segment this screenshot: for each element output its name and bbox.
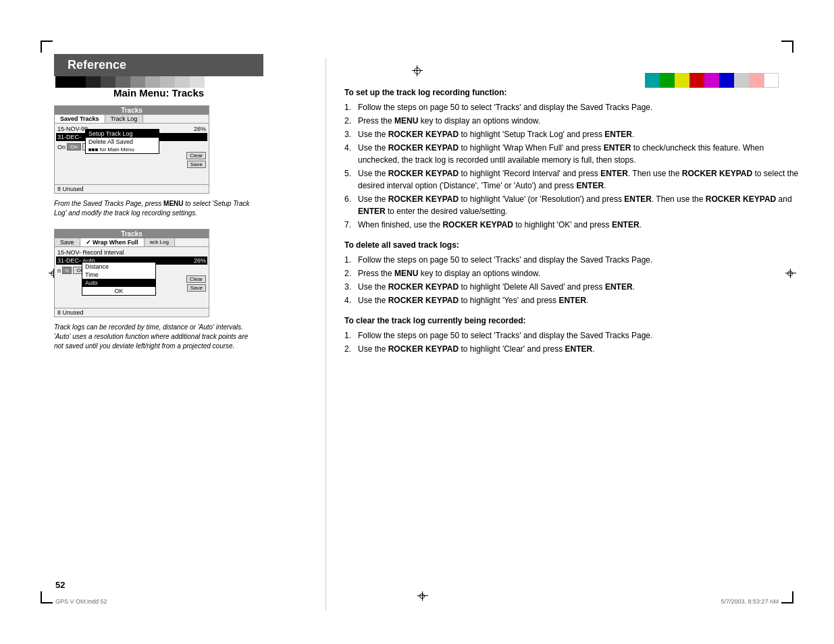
- step-clear-2: 2. Use the ROCKER KEYPAD to highlight 'C…: [344, 343, 804, 355]
- corner-mark-bl: [41, 591, 53, 603]
- footer-right: 5/7/2003, 8:53:27 AM: [721, 598, 779, 605]
- track-ui-2-tab-wrap[interactable]: ✓ Wrap When Full: [80, 238, 145, 246]
- track-ui-2-tab-save[interactable]: Save: [55, 238, 80, 246]
- page-number: 52: [55, 580, 65, 590]
- csr-magenta: [704, 73, 719, 88]
- track-ui-1-title: Tracks: [55, 106, 209, 115]
- track-ui-2: Tracks Save ✓ Wrap When Full ack Log 15-…: [54, 229, 209, 317]
- track-ui-1-popup: Setup Track Log Delete All Saved ■■■ for…: [85, 129, 159, 154]
- left-column: Reference Main Menu: Tracks Tracks Saved…: [54, 54, 324, 362]
- popup2-row-ok[interactable]: OK: [82, 287, 155, 295]
- step-setup-4: 4. Use the ROCKER KEYPAD to highlight 'W…: [344, 142, 804, 166]
- corner-mark-br: [781, 591, 793, 603]
- steps-delete: 1. Follow the steps on page 50 to select…: [344, 254, 804, 306]
- track-ui-2-body: 15-NOV- Record Interval 31-DEC- Auto 26%…: [55, 247, 209, 308]
- page-container: Reference Main Menu: Tracks Tracks Saved…: [0, 0, 834, 644]
- csr-ltgray: [734, 73, 749, 88]
- step-setup-3: 3. Use the ROCKER KEYPAD to highlight 'S…: [344, 128, 804, 140]
- steps-setup: 1. Follow the steps on page 50 to select…: [344, 101, 804, 231]
- step-setup-1: 1. Follow the steps on page 50 to select…: [344, 101, 804, 113]
- step-delete-3: 3. Use the ROCKER KEYPAD to highlight 'D…: [344, 281, 804, 293]
- color-strip-right: [645, 73, 779, 88]
- footer-left: GPS V OM.indd 52: [55, 598, 107, 605]
- popup2-row-time[interactable]: Time: [82, 271, 155, 279]
- step-delete-4: 4. Use the ROCKER KEYPAD to highlight 'Y…: [344, 294, 804, 306]
- steps-clear: 1. Follow the steps on page 50 to select…: [344, 329, 804, 355]
- track-ui-2-footer: 8 Unused: [55, 308, 209, 317]
- track-ui-1-save-row: Save: [56, 160, 207, 169]
- track-ui-2-tab-log[interactable]: ack Log: [145, 238, 175, 246]
- step-delete-1: 1. Follow the steps on page 50 to select…: [344, 254, 804, 266]
- track-ui-1-tab-log[interactable]: Track Log: [105, 115, 144, 123]
- popup2-row-auto[interactable]: Auto: [82, 279, 155, 287]
- track-ui-2-tabs: Save ✓ Wrap When Full ack Log: [55, 238, 209, 247]
- step-setup-7: 7. When finished, use the ROCKER KEYPAD …: [344, 219, 804, 231]
- step-setup-5: 5. Use the ROCKER KEYPAD to highlight 'R…: [344, 167, 804, 192]
- csr-green: [660, 73, 675, 88]
- step-delete-2: 2. Press the MENU key to display an opti…: [344, 267, 804, 279]
- track-ui-2-btn-save[interactable]: Save: [187, 284, 206, 292]
- caption-1: From the Saved Tracks Page, press MENU t…: [54, 199, 250, 218]
- step-setup-2: 2. Press the MENU key to display an opti…: [344, 115, 804, 127]
- csr-red: [689, 73, 704, 88]
- caption-2: Track logs can be recorded by time, dist…: [54, 323, 250, 351]
- track-ui-2-btn-on[interactable]: n: [62, 267, 72, 274]
- csr-cyan: [645, 73, 660, 88]
- right-column: To set up the track log recording functi…: [344, 88, 804, 365]
- csr-pink: [749, 73, 764, 88]
- track-ui-1-btn-save[interactable]: Save: [187, 161, 206, 168]
- corner-mark-tr: [781, 41, 793, 53]
- heading-clear: To clear the track log currently being r…: [344, 316, 804, 325]
- track-ui-1-body: 15-NOV-99 26% 31-DEC- Setup Track Log De…: [55, 124, 209, 184]
- reference-header: Reference: [54, 54, 263, 76]
- track-ui-2-title: Tracks: [55, 230, 209, 238]
- heading-delete: To delete all saved track logs:: [344, 240, 804, 250]
- track-ui-1-btn-clear[interactable]: Clear: [186, 152, 206, 159]
- track-ui-1-footer: 8 Unused: [55, 184, 209, 193]
- crosshair-top-center: [412, 65, 423, 76]
- csr-blue: [719, 73, 734, 88]
- csr-yellow: [675, 73, 689, 88]
- track-ui-2-popup: Distance Time Auto OK: [82, 262, 156, 296]
- track-ui-1-tabs: Saved Tracks Track Log: [55, 115, 209, 124]
- track-ui-1-tab-saved[interactable]: Saved Tracks: [55, 115, 105, 123]
- popup-row-delete[interactable]: Delete All Saved: [86, 138, 159, 146]
- track-ui-2-btn-clear[interactable]: Clear: [186, 275, 206, 283]
- corner-mark-tl: [41, 41, 53, 53]
- track-ui-2-row1: 15-NOV- Record Interval: [56, 248, 207, 257]
- step-clear-1: 1. Follow the steps on page 50 to select…: [344, 329, 804, 342]
- step-setup-6: 6. Use the ROCKER KEYPAD to highlight 'V…: [344, 193, 804, 217]
- section-title: Main Menu: Tracks: [54, 87, 263, 99]
- heading-setup: To set up the track log recording functi…: [344, 88, 804, 97]
- popup2-row-distance[interactable]: Distance: [82, 263, 155, 271]
- csr-white: [764, 73, 779, 88]
- track-ui-1: Tracks Saved Tracks Track Log 15-NOV-99 …: [54, 105, 209, 194]
- popup-row-menu[interactable]: ■■■ for Main Menu: [86, 146, 159, 153]
- v-separator: [325, 57, 326, 611]
- popup-row-setup[interactable]: Setup Track Log: [86, 130, 159, 138]
- track-ui-1-btn-on[interactable]: On: [67, 143, 81, 151]
